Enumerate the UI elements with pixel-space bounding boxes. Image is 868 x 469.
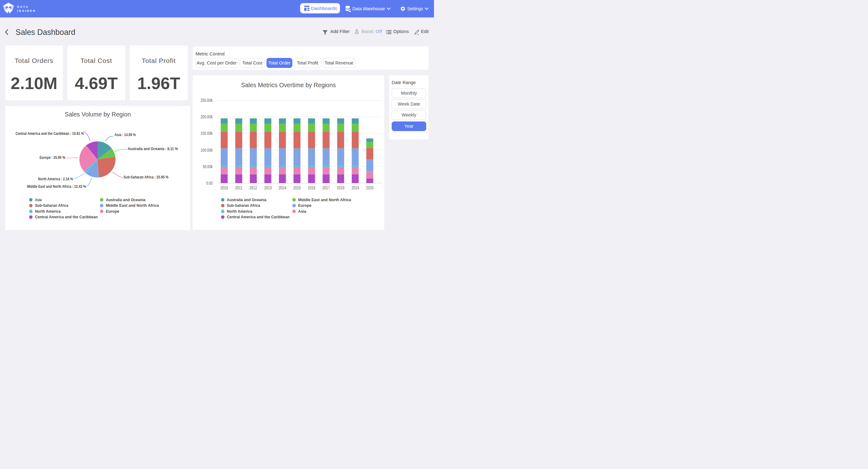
- svg-text:Central America and the Caribb: Central America and the Caribbean : 10.8…: [16, 131, 84, 136]
- svg-text:2017: 2017: [322, 185, 330, 190]
- svg-text:2018: 2018: [337, 185, 344, 190]
- svg-text:200.00k: 200.00k: [200, 114, 213, 119]
- svg-text:Europe: Europe: [298, 203, 312, 208]
- svg-text:Asia : 14.59 %: Asia : 14.59 %: [115, 133, 136, 137]
- svg-text:250.00k: 250.00k: [200, 98, 213, 103]
- svg-text:Sub-Saharan Africa : 25.95 %: Sub-Saharan Africa : 25.95 %: [124, 175, 169, 179]
- svg-text:Central America and the Caribb: Central America and the Caribbean: [35, 215, 98, 219]
- svg-text:Asia: Asia: [35, 198, 42, 202]
- svg-text:100.00k: 100.00k: [200, 148, 213, 153]
- svg-text:2012: 2012: [250, 185, 257, 190]
- svg-text:2019: 2019: [351, 185, 359, 190]
- svg-text:50.00k: 50.00k: [203, 164, 213, 169]
- svg-text:Middle East and North Africa :: Middle East and North Africa : 12.43 %: [27, 184, 86, 189]
- svg-text:North America : 2.16 %: North America : 2.16 %: [38, 177, 73, 181]
- svg-text:2014: 2014: [279, 185, 286, 190]
- svg-text:Sub-Saharan Africa: Sub-Saharan Africa: [227, 203, 260, 208]
- svg-text:Australia and Oceania : 8.11 %: Australia and Oceania : 8.11 %: [128, 147, 178, 151]
- svg-text:Australia and Oceania: Australia and Oceania: [227, 198, 267, 202]
- svg-text:2015: 2015: [293, 185, 301, 190]
- svg-text:North America: North America: [35, 209, 60, 214]
- svg-text:2016: 2016: [308, 185, 315, 190]
- svg-text:Middle East and North Africa: Middle East and North Africa: [106, 203, 159, 208]
- svg-text:Sub-Saharan Africa: Sub-Saharan Africa: [35, 203, 68, 208]
- svg-text:North America: North America: [227, 209, 252, 214]
- svg-text:Asia: Asia: [298, 209, 306, 214]
- svg-text:0.00: 0.00: [207, 181, 213, 185]
- svg-text:2010: 2010: [220, 185, 228, 190]
- svg-text:150.00k: 150.00k: [200, 131, 213, 136]
- svg-text:Europe: Europe: [106, 209, 119, 214]
- svg-text:Europe : 25.95 %: Europe : 25.95 %: [39, 155, 65, 160]
- svg-text:Australia and Oceania: Australia and Oceania: [106, 198, 145, 202]
- svg-text:Middle East and North Africa: Middle East and North Africa: [298, 198, 351, 202]
- svg-text:2020: 2020: [366, 185, 374, 190]
- svg-text:Central America and the Caribb: Central America and the Caribbean: [227, 215, 290, 219]
- svg-text:2013: 2013: [264, 185, 272, 190]
- svg-text:2011: 2011: [235, 185, 243, 190]
